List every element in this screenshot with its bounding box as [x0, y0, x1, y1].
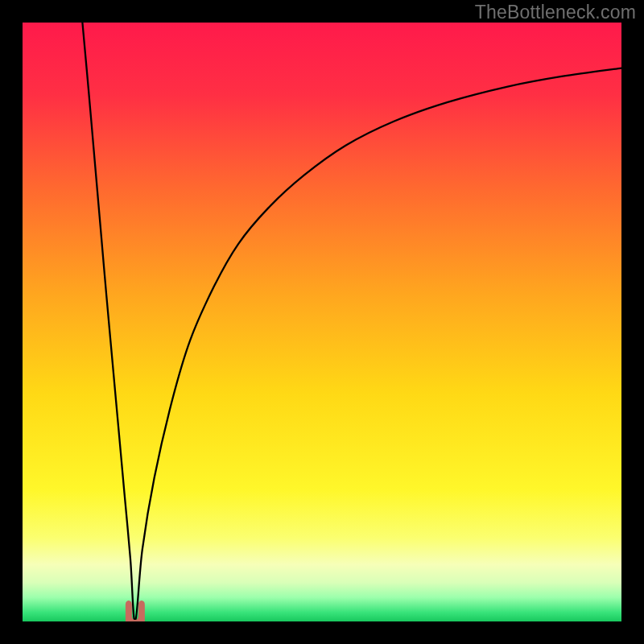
plot-background: [23, 23, 621, 621]
watermark-text: TheBottleneck.com: [475, 2, 636, 23]
plot-svg: [0, 0, 644, 644]
chart-stage: TheBottleneck.com: [0, 0, 644, 644]
